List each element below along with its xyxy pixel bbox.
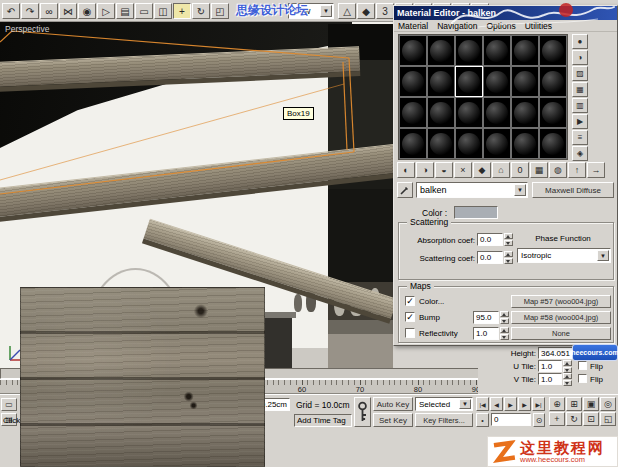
v-tile-spinner[interactable] xyxy=(563,373,572,386)
material-sample-slot[interactable] xyxy=(483,66,511,97)
material-type-button[interactable]: Maxwell Diffuse xyxy=(532,182,614,198)
previous-frame-icon[interactable]: ◀ xyxy=(490,397,503,411)
material-sample-slot[interactable] xyxy=(511,35,539,66)
phase-function-combo[interactable]: Isotropic ▼ xyxy=(517,248,611,263)
select-and-manipulate-icon[interactable]: ◆ xyxy=(357,3,375,19)
play-icon[interactable]: ▶ xyxy=(504,397,517,411)
material-sample-slot[interactable] xyxy=(539,35,567,66)
color-map-button[interactable]: Map #57 (woo004.jpg) xyxy=(511,295,611,308)
arc-rotate-icon[interactable]: ↻ xyxy=(566,412,582,426)
material-name-combo[interactable]: balken ▼ xyxy=(416,182,528,198)
make-preview-icon[interactable]: ▶ xyxy=(572,114,588,129)
set-key-button[interactable]: Set Key xyxy=(373,413,413,427)
material-sample-slot[interactable] xyxy=(399,66,427,97)
reflectivity-amount-field[interactable]: 1.0 xyxy=(473,327,499,340)
chevron-down-icon[interactable]: ▼ xyxy=(597,250,609,261)
sample-type-icon[interactable]: ● xyxy=(572,34,588,49)
current-frame-field[interactable]: 0 xyxy=(491,413,531,426)
sample-tiling-icon[interactable]: ▦ xyxy=(572,82,588,97)
material-sample-slot[interactable] xyxy=(427,35,455,66)
unlink-selection-icon[interactable]: ⋈ xyxy=(59,3,77,19)
region-zoom-icon[interactable]: ⊡ xyxy=(583,412,599,426)
material-editor-window[interactable]: Material Editor - balken Material Naviga… xyxy=(393,5,618,346)
absorption-field[interactable]: 0.0 xyxy=(477,233,503,246)
select-and-link-icon[interactable]: ∞ xyxy=(40,3,58,19)
bump-amount-spinner[interactable] xyxy=(500,311,509,324)
show-end-result-icon[interactable]: ◍ xyxy=(549,162,567,178)
undo-icon[interactable]: ↶ xyxy=(2,3,20,19)
use-pivot-center-icon[interactable]: △ xyxy=(338,3,356,19)
absorption-spinner[interactable] xyxy=(504,233,513,246)
material-sample-slot[interactable] xyxy=(399,35,427,66)
bump-map-button[interactable]: Map #58 (woo004.jpg) xyxy=(511,311,611,324)
material-id-channel-icon[interactable]: 0 xyxy=(511,162,529,178)
assign-to-selection-icon[interactable]: ◒ xyxy=(435,162,453,178)
material-sample-slot[interactable] xyxy=(483,97,511,128)
select-and-move-icon[interactable]: + xyxy=(173,3,191,19)
chevron-down-icon[interactable]: ▼ xyxy=(459,399,471,409)
material-sample-slot[interactable] xyxy=(539,66,567,97)
select-and-rotate-icon[interactable]: ↻ xyxy=(192,3,210,19)
material-sample-slot[interactable] xyxy=(455,128,483,159)
auto-key-button[interactable]: Auto Key xyxy=(373,397,413,411)
put-to-library-icon[interactable]: ⌂ xyxy=(492,162,510,178)
material-sample-slot[interactable] xyxy=(399,128,427,159)
select-by-name-icon[interactable]: ▤ xyxy=(116,3,134,19)
viewport-label[interactable]: Perspective xyxy=(5,24,49,34)
chevron-down-icon[interactable]: ▼ xyxy=(514,184,526,196)
add-time-tag[interactable]: Add Time Tag xyxy=(294,414,352,427)
select-by-material-icon[interactable]: ◈ xyxy=(572,146,588,161)
put-to-scene-icon[interactable]: ◑ xyxy=(416,162,434,178)
window-crossing-icon[interactable]: ◫ xyxy=(154,3,172,19)
material-sample-slot[interactable] xyxy=(539,128,567,159)
selection-region-icon[interactable]: ▭ xyxy=(135,3,153,19)
set-keys-button[interactable] xyxy=(354,397,371,427)
go-forward-sibling-icon[interactable]: → xyxy=(587,162,605,178)
material-sample-slot[interactable] xyxy=(427,128,455,159)
u-tile-spinner[interactable] xyxy=(563,360,572,373)
material-sample-slot[interactable] xyxy=(483,35,511,66)
select-and-scale-icon[interactable]: ◰ xyxy=(211,3,229,19)
v-flip-checkbox[interactable] xyxy=(578,374,587,383)
u-tile-field[interactable]: 1.0 xyxy=(538,360,562,372)
options-icon[interactable]: ≡ xyxy=(572,130,588,145)
key-filters-button[interactable]: Key Filters... xyxy=(415,413,473,427)
field-of-view-icon[interactable]: ◎ xyxy=(600,397,616,411)
scattering-spinner[interactable] xyxy=(504,251,513,264)
height-field[interactable]: 364.051 xyxy=(538,347,574,359)
show-map-in-viewport-icon[interactable]: ▦ xyxy=(530,162,548,178)
zoom-all-icon[interactable]: ⊞ xyxy=(566,397,582,411)
video-color-check-icon[interactable]: ▥ xyxy=(572,98,588,113)
material-sample-slot[interactable] xyxy=(427,66,455,97)
get-material-icon[interactable]: ◐ xyxy=(397,162,415,178)
key-filter-set-combo[interactable]: Selected ▼ xyxy=(415,397,473,411)
maximize-viewport-icon[interactable]: ◱ xyxy=(600,412,616,426)
bump-amount-field[interactable]: 95.0 xyxy=(473,311,499,324)
menu-material[interactable]: Material xyxy=(398,21,428,31)
color-map-checkbox[interactable]: ✓ xyxy=(405,296,415,306)
zoom-extents-icon[interactable]: ▣ xyxy=(583,397,599,411)
material-sample-slot[interactable] xyxy=(511,97,539,128)
material-sample-slot[interactable] xyxy=(455,66,483,97)
time-configuration-icon[interactable]: ⊙ xyxy=(533,413,545,427)
material-sample-slot[interactable] xyxy=(399,97,427,128)
pick-material-button[interactable] xyxy=(397,182,413,198)
zoom-icon[interactable]: ⊕ xyxy=(549,397,565,411)
bump-map-checkbox[interactable]: ✓ xyxy=(405,312,415,322)
material-sample-slot[interactable] xyxy=(483,128,511,159)
material-sample-slot[interactable] xyxy=(455,97,483,128)
backlight-icon[interactable]: ◑ xyxy=(572,50,588,65)
reset-map-icon[interactable]: × xyxy=(454,162,472,178)
reflectivity-map-button[interactable]: None xyxy=(511,327,611,340)
v-tile-field[interactable]: 1.0 xyxy=(538,373,562,385)
go-to-start-icon[interactable]: |◀ xyxy=(476,397,489,411)
redo-icon[interactable]: ↷ xyxy=(21,3,39,19)
selection-lock-toggle-icon[interactable]: ▭ xyxy=(1,398,17,411)
material-sample-slot[interactable] xyxy=(427,97,455,128)
next-frame-icon[interactable]: ▶ xyxy=(518,397,531,411)
scattering-field[interactable]: 0.0 xyxy=(477,251,503,264)
go-to-parent-icon[interactable]: ↑ xyxy=(568,162,586,178)
bind-to-spacewarp-icon[interactable]: ◉ xyxy=(78,3,96,19)
material-sample-slot[interactable] xyxy=(455,35,483,66)
select-object-icon[interactable]: ▷ xyxy=(97,3,115,19)
